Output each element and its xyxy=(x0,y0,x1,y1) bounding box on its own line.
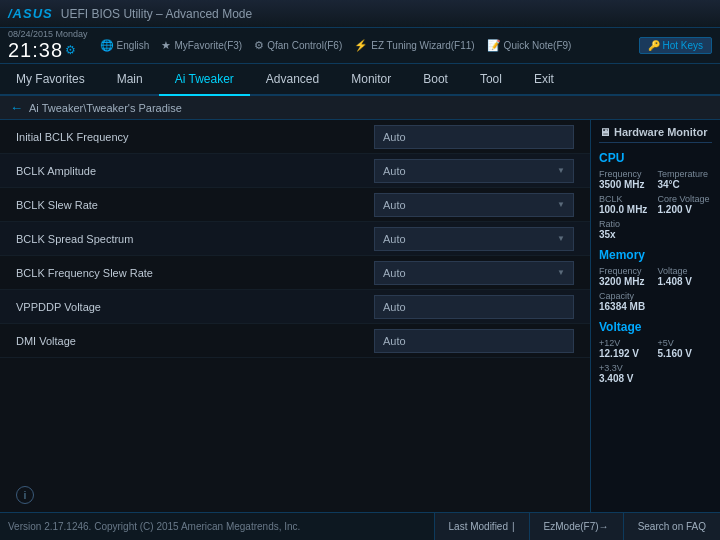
setting-row: VPPDDР VoltageAuto xyxy=(0,290,590,324)
bclk-value: 100.0 MHz xyxy=(599,204,654,215)
setting-row: BCLK Spread SpectrumAuto xyxy=(0,222,590,256)
hw-monitor-title: 🖥 Hardware Monitor xyxy=(599,126,712,143)
v12-label: +12V xyxy=(599,338,654,348)
nav-tool[interactable]: Tool xyxy=(464,64,518,96)
top-bar: /ASUS UEFI BIOS Utility – Advanced Mode xyxy=(0,0,720,28)
setting-value[interactable]: Auto xyxy=(374,159,574,183)
cpu-ratio: Ratio 35x xyxy=(599,219,712,240)
v5-label: +5V xyxy=(658,338,713,348)
nav-exit[interactable]: Exit xyxy=(518,64,570,96)
mem-voltage-label: Voltage xyxy=(658,266,713,276)
time-display: 21:38 ⚙ xyxy=(8,39,88,61)
setting-label: DMI Voltage xyxy=(16,335,374,347)
setting-label: BCLK Amplitude xyxy=(16,165,374,177)
settings-panel: Initial BCLK FrequencyAutoBCLK Amplitude… xyxy=(0,120,590,512)
breadcrumb: ← Ai Tweaker\Tweaker's Paradise xyxy=(0,96,720,120)
cpu-freq-value: 3500 MHz xyxy=(599,179,654,190)
nav-boot[interactable]: Boot xyxy=(407,64,464,96)
hotkeys-button[interactable]: 🔑 Hot Keys xyxy=(639,37,712,54)
cpu-bclk-voltage: BCLK 100.0 MHz Core Voltage 1.200 V xyxy=(599,194,712,215)
asus-logo: /ASUS xyxy=(8,6,53,21)
nav-ai-tweaker[interactable]: Ai Tweaker xyxy=(159,64,250,96)
qfan-shortcut[interactable]: ⚙ Qfan Control(F6) xyxy=(254,39,342,52)
nav-bar: My Favorites Main Ai Tweaker Advanced Mo… xyxy=(0,64,720,96)
setting-label: BCLK Frequency Slew Rate xyxy=(16,267,374,279)
setting-value[interactable]: Auto xyxy=(374,261,574,285)
nav-monitor[interactable]: Monitor xyxy=(335,64,407,96)
v33: +3.3V 3.408 V xyxy=(599,363,712,384)
mem-freq-voltage: Frequency 3200 MHz Voltage 1.408 V xyxy=(599,266,712,287)
breadcrumb-path: Ai Tweaker\Tweaker's Paradise xyxy=(29,102,182,114)
memory-section-title: Memory xyxy=(599,248,712,262)
back-button[interactable]: ← xyxy=(10,100,23,115)
cpu-section-title: CPU xyxy=(599,151,712,165)
core-voltage-label: Core Voltage xyxy=(658,194,713,204)
monitor-icon: 🖥 xyxy=(599,126,610,138)
v12-value: 12.192 V xyxy=(599,348,654,359)
fan-icon: ⚙ xyxy=(254,39,264,52)
myfavorite-shortcut[interactable]: ★ MyFavorite(F3) xyxy=(161,39,242,52)
lightning-icon: ⚡ xyxy=(354,39,368,52)
setting-label: Initial BCLK Frequency xyxy=(16,131,374,143)
bios-title: UEFI BIOS Utility – Advanced Mode xyxy=(61,7,252,21)
voltage-section-title: Voltage xyxy=(599,320,712,334)
mem-capacity: Capacity 16384 MB xyxy=(599,291,712,312)
mem-freq-label: Frequency xyxy=(599,266,654,276)
last-modified-button[interactable]: Last Modified | xyxy=(434,513,529,540)
setting-row: BCLK Slew RateAuto xyxy=(0,188,590,222)
main-area: Initial BCLK FrequencyAutoBCLK Amplitude… xyxy=(0,120,720,512)
cpu-temp-label: Temperature xyxy=(658,169,713,179)
globe-icon: 🌐 xyxy=(100,39,114,52)
cpu-freq-label: Frequency xyxy=(599,169,654,179)
mem-freq-value: 3200 MHz xyxy=(599,276,654,287)
nav-my-favorites[interactable]: My Favorites xyxy=(0,64,101,96)
header-row: 08/24/2015 Monday 21:38 ⚙ 🌐 English ★ My… xyxy=(0,28,720,64)
setting-label: BCLK Spread Spectrum xyxy=(16,233,374,245)
datetime: 08/24/2015 Monday 21:38 ⚙ xyxy=(8,30,88,62)
hardware-monitor-panel: 🖥 Hardware Monitor CPU Frequency 3500 MH… xyxy=(590,120,720,512)
english-shortcut[interactable]: 🌐 English xyxy=(100,39,150,52)
v12-v5: +12V 12.192 V +5V 5.160 V xyxy=(599,338,712,359)
nav-main[interactable]: Main xyxy=(101,64,159,96)
setting-row: Initial BCLK FrequencyAuto xyxy=(0,120,590,154)
pipe-sep: | xyxy=(512,521,515,532)
setting-value[interactable]: Auto xyxy=(374,193,574,217)
search-faq-button[interactable]: Search on FAQ xyxy=(623,513,720,540)
setting-row: DMI VoltageAuto xyxy=(0,324,590,358)
star-icon: ★ xyxy=(161,39,171,52)
version-text: Version 2.17.1246. Copyright (C) 2015 Am… xyxy=(8,521,300,532)
setting-label: BCLK Slew Rate xyxy=(16,199,374,211)
cpu-freq-temp: Frequency 3500 MHz Temperature 34°C xyxy=(599,169,712,190)
gear-icon[interactable]: ⚙ xyxy=(65,44,77,57)
info-icon[interactable]: i xyxy=(16,486,34,504)
date-text: 08/24/2015 Monday xyxy=(8,30,88,40)
setting-label: VPPDDР Voltage xyxy=(16,301,374,313)
eztuning-shortcut[interactable]: ⚡ EZ Tuning Wizard(F11) xyxy=(354,39,474,52)
bottom-right-buttons: Last Modified | EzMode(F7)→ Search on FA… xyxy=(434,513,720,540)
bclk-label: BCLK xyxy=(599,194,654,204)
setting-value[interactable]: Auto xyxy=(374,227,574,251)
nav-advanced[interactable]: Advanced xyxy=(250,64,335,96)
mem-voltage-value: 1.408 V xyxy=(658,276,713,287)
core-voltage-value: 1.200 V xyxy=(658,204,713,215)
ezmode-button[interactable]: EzMode(F7)→ xyxy=(529,513,623,540)
bottom-bar: Version 2.17.1246. Copyright (C) 2015 Am… xyxy=(0,512,720,540)
setting-value[interactable]: Auto xyxy=(374,125,574,149)
setting-value[interactable]: Auto xyxy=(374,329,574,353)
setting-row: BCLK AmplitudeAuto xyxy=(0,154,590,188)
setting-row: BCLK Frequency Slew RateAuto xyxy=(0,256,590,290)
cpu-temp-value: 34°C xyxy=(658,179,713,190)
quicknote-shortcut[interactable]: 📝 Quick Note(F9) xyxy=(487,39,572,52)
note-icon: 📝 xyxy=(487,39,501,52)
v5-value: 5.160 V xyxy=(658,348,713,359)
setting-value[interactable]: Auto xyxy=(374,295,574,319)
